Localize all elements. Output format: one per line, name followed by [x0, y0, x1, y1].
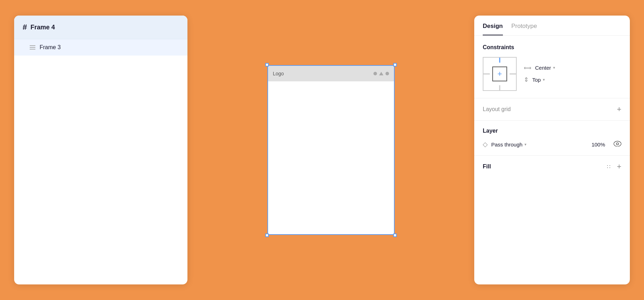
blend-mode-dropdown[interactable]: Pass through ▾	[491, 142, 588, 148]
constraint-line-left	[483, 74, 490, 75]
frame-inner: Logo	[267, 65, 395, 235]
vertical-constraint-dropdown[interactable]: Top ▾	[532, 77, 545, 83]
horizontal-constraint-value: Center	[535, 65, 551, 71]
frame-topbar-icons	[373, 72, 389, 75]
handle-br[interactable]	[393, 233, 397, 237]
horizontal-chevron-icon: ▾	[553, 65, 555, 70]
layer-section: Layer ◇ Pass through ▾ 100%	[474, 121, 630, 156]
blend-mode-value: Pass through	[491, 142, 522, 148]
center-canvas: Logo	[187, 16, 474, 284]
constraints-outer-box: +	[483, 57, 517, 91]
fill-section: Fill ∷ +	[474, 156, 630, 178]
horizontal-constraint-icon: ⟺	[524, 65, 532, 71]
constraint-vertical-row: ⇕ Top ▾	[524, 76, 555, 83]
frame3-label: Frame 3	[40, 44, 61, 51]
constraint-line-bottom	[499, 85, 500, 90]
constraints-visual: +	[483, 57, 517, 91]
constraints-content: + ⟺ Center ▾ ⇕ Top ▾	[483, 57, 621, 91]
frame3-item[interactable]: Frame 3	[14, 39, 187, 56]
blend-mode-chevron-icon: ▾	[524, 142, 527, 147]
constraint-line-top	[499, 58, 500, 63]
topbar-circle-icon	[373, 72, 377, 75]
constraint-line-right	[510, 74, 516, 75]
topbar-square-icon	[385, 72, 389, 75]
plus-center-icon: +	[498, 70, 502, 78]
layout-grid-label: Layout grid	[483, 106, 511, 112]
constraint-horizontal-row: ⟺ Center ▾	[524, 65, 555, 71]
frame-topbar-logo: Logo	[273, 71, 284, 76]
visibility-eye-icon[interactable]	[614, 141, 621, 148]
fill-add-icon[interactable]: +	[617, 163, 621, 171]
hamburger-icon	[30, 45, 35, 50]
vertical-constraint-value: Top	[532, 77, 541, 83]
frame-hash-icon: #	[23, 23, 27, 32]
vertical-chevron-icon: ▾	[543, 77, 545, 82]
right-panel: Design Prototype Constraints + ⟺	[474, 16, 630, 284]
constraints-title: Constraints	[483, 44, 621, 51]
constraints-section: Constraints + ⟺ Center ▾	[474, 36, 630, 98]
fill-grid-dots-icon: ∷	[607, 163, 611, 170]
right-panel-tabs: Design Prototype	[474, 16, 630, 36]
tab-prototype[interactable]: Prototype	[511, 23, 537, 35]
handle-tl[interactable]	[265, 63, 269, 67]
left-panel: # Frame 4 Frame 3	[14, 16, 187, 284]
handle-tr[interactable]	[393, 63, 397, 67]
constraints-dropdowns: ⟺ Center ▾ ⇕ Top ▾	[524, 65, 555, 83]
layout-grid-section: Layout grid +	[474, 98, 630, 121]
fill-label: Fill	[483, 163, 491, 170]
fill-actions: ∷ +	[607, 163, 621, 171]
handle-bl[interactable]	[265, 233, 269, 237]
layer-title: Layer	[483, 128, 621, 134]
constraints-inner-box: +	[492, 67, 507, 81]
layout-grid-add-icon[interactable]: +	[617, 105, 621, 113]
layer-opacity-value: 100%	[592, 142, 605, 148]
frame-topbar: Logo	[268, 66, 394, 81]
left-panel-header: # Frame 4	[14, 16, 187, 39]
tab-design[interactable]: Design	[483, 23, 503, 35]
svg-point-0	[616, 143, 619, 145]
vertical-constraint-icon: ⇕	[524, 76, 529, 83]
blend-mode-icon: ◇	[483, 140, 488, 148]
frame4-title: Frame 4	[30, 24, 55, 31]
horizontal-constraint-dropdown[interactable]: Center ▾	[535, 65, 555, 71]
topbar-triangle-icon	[379, 72, 383, 75]
frame-wrapper[interactable]: Logo	[267, 65, 395, 235]
layer-row: ◇ Pass through ▾ 100%	[483, 140, 621, 148]
